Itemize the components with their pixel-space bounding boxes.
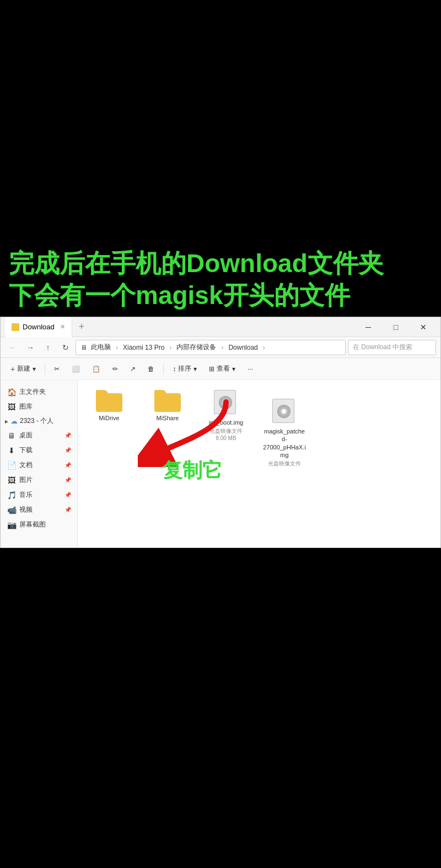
new-btn[interactable]: + 新建 ▾	[5, 361, 41, 377]
overlay-text: 完成后在手机的Download文件夹 下会有一个magisk开头的文件	[9, 248, 384, 311]
overlay-line1: 完成后在手机的Download文件夹	[9, 248, 384, 280]
sidebar-item-documents[interactable]: 📄 文档 📌	[1, 458, 77, 473]
refresh-btn[interactable]: ↻	[58, 340, 73, 355]
cut-btn[interactable]: ✂	[49, 361, 65, 377]
file-grid: MiDrive MiShare init_boot.img 光盘映像文件8.00	[84, 387, 434, 471]
rename-btn[interactable]: ✏	[107, 361, 123, 377]
new-label: 新建	[17, 364, 30, 373]
delete-btn[interactable]: 🗑	[142, 361, 160, 377]
copy-btn[interactable]: ⬜	[66, 361, 85, 377]
sidebar-item-desktop[interactable]: 🖥 桌面 📌	[1, 428, 77, 443]
midrive-label: MiDrive	[99, 414, 119, 422]
share-btn[interactable]: ↗	[125, 361, 141, 377]
view-icon: ⊞	[209, 365, 214, 373]
tab-close-btn[interactable]: ✕	[60, 323, 65, 330]
cloud-icon: ☁	[10, 417, 18, 425]
toolbar: + 新建 ▾ ✂ ⬜ 📋 ✏ ↗ 🗑 ↕ 排序 ▾ ⊞ 查看 ▾ ···	[1, 358, 440, 380]
sort-icon: ↕	[173, 365, 176, 373]
documents-icon: 📄	[7, 461, 16, 470]
nav-bar: ← → ↑ ↻ 🖥 此电脑 › Xiaomi 13 Pro › 内部存储设备 ›…	[1, 337, 440, 358]
window-controls: ─ □ ✕	[356, 318, 436, 336]
magisk-meta: 光盘映像文件	[268, 460, 301, 468]
explorer-window: Download ✕ + ─ □ ✕ ← → ↑ ↻ 🖥 此电脑 › Xiaom…	[0, 317, 441, 548]
videos-icon: 📹	[7, 506, 16, 514]
sidebar-documents-label: 文档	[19, 460, 33, 470]
file-item-midrive[interactable]: MiDrive	[84, 387, 134, 425]
magisk-disk-body	[272, 399, 294, 423]
sidebar-item-gallery[interactable]: 🖼 图库	[1, 399, 77, 414]
pictures-icon: 🖼	[7, 476, 16, 485]
paste-btn[interactable]: 📋	[87, 361, 106, 377]
screenshots-icon: 📷	[7, 520, 16, 529]
sep3: ›	[221, 344, 223, 351]
sidebar-screenshots-label: 屏幕截图	[19, 520, 46, 529]
sidebar-home-label: 主文件夹	[19, 387, 46, 397]
sidebar-desktop-label: 桌面	[19, 431, 33, 440]
view-btn[interactable]: ⊞ 查看 ▾	[203, 361, 241, 377]
maximize-btn[interactable]: □	[383, 318, 408, 336]
address-bar[interactable]: 🖥 此电脑 › Xiaomi 13 Pro › 内部存储设备 › Downloa…	[76, 340, 346, 355]
music-icon: 🎵	[7, 491, 16, 500]
sidebar-item-screenshots[interactable]: 📷 屏幕截图	[1, 517, 77, 532]
sidebar-cloud-label: 2323 - 个人	[20, 416, 53, 426]
new-tab-btn[interactable]: +	[72, 317, 92, 337]
crumb-device[interactable]: Xiaomi 13 Pro	[121, 343, 166, 352]
sidebar-downloads-label: 下载	[19, 446, 33, 455]
home-icon: 🏠	[7, 388, 16, 397]
pictures-pin: 📌	[65, 478, 71, 483]
magisk-disk-cd	[277, 405, 291, 418]
file-item-mishare[interactable]: MiShare	[143, 387, 192, 425]
search-bar[interactable]: 在 Download 中搜索	[348, 340, 436, 355]
view-label: 查看	[217, 364, 230, 373]
sidebar-item-downloads[interactable]: ⬇ 下载 📌	[1, 443, 77, 458]
magisk-label: magisk_patched-27000_pHHaX.img	[263, 427, 306, 459]
crumb-storage[interactable]: 内部存储设备	[175, 341, 218, 353]
sidebar-item-music[interactable]: 🎵 音乐 📌	[1, 487, 77, 502]
initboot-meta: 光盘映像文件8.00 MB	[209, 427, 243, 441]
sep4: ›	[263, 344, 265, 351]
sidebar-pictures-label: 图片	[19, 475, 33, 485]
back-btn[interactable]: ←	[5, 340, 20, 355]
documents-pin: 📌	[65, 463, 71, 468]
tab-download[interactable]: Download ✕	[5, 317, 72, 337]
overlay-line2: 下会有一个magisk开头的文件	[9, 280, 384, 312]
videos-pin: 📌	[65, 507, 71, 513]
sort-btn[interactable]: ↕ 排序 ▾	[167, 361, 202, 377]
sep1: ›	[116, 344, 118, 351]
close-btn[interactable]: ✕	[411, 318, 436, 336]
minimize-btn[interactable]: ─	[356, 318, 381, 336]
music-pin: 📌	[65, 492, 71, 498]
view-chevron: ▾	[232, 365, 235, 373]
sidebar-item-pictures[interactable]: 🖼 图片 📌	[1, 473, 77, 487]
disk-body	[214, 390, 236, 414]
sep2: ›	[169, 344, 171, 351]
crumb-this-pc[interactable]: 此电脑	[89, 341, 112, 353]
file-item-initboot[interactable]: init_boot.img 光盘映像文件8.00 MB	[201, 387, 251, 444]
cloud-chevron: ▸	[5, 417, 8, 425]
new-icon: +	[10, 365, 15, 373]
sidebar-music-label: 音乐	[19, 490, 33, 500]
more-btn[interactable]: ···	[242, 361, 259, 377]
sidebar-group-cloud[interactable]: ▸ ☁ 2323 - 个人	[1, 414, 77, 428]
new-chevron: ▾	[33, 365, 36, 373]
sidebar: 🏠 主文件夹 🖼 图库 ▸ ☁ 2323 - 个人 🖥 桌面 📌 ⬇ 下载 📌	[1, 380, 78, 547]
mishare-folder-icon	[154, 390, 181, 412]
sidebar-item-videos[interactable]: 📹 视频 📌	[1, 502, 77, 517]
sidebar-gallery-label: 图库	[19, 402, 33, 411]
mishare-label: MiShare	[157, 414, 179, 422]
toolbar-sep2	[163, 364, 164, 375]
desktop-icon: 🖥	[7, 431, 16, 440]
gallery-icon: 🖼	[7, 403, 16, 411]
sidebar-item-home[interactable]: 🏠 主文件夹	[1, 384, 77, 399]
tab-folder-icon	[12, 323, 19, 331]
desktop-pin: 📌	[65, 433, 71, 438]
up-btn[interactable]: ↑	[40, 340, 56, 355]
disk-cd	[219, 396, 232, 409]
file-item-magisk[interactable]: magisk_patched-27000_pHHaX.img 光盘映像文件	[260, 395, 309, 471]
midrive-folder-icon	[96, 390, 122, 412]
sort-label: 排序	[178, 364, 191, 373]
initboot-disk-icon	[214, 390, 238, 416]
forward-btn[interactable]: →	[23, 340, 38, 355]
toolbar-sep1	[45, 364, 45, 375]
crumb-folder[interactable]: Download	[227, 343, 259, 352]
